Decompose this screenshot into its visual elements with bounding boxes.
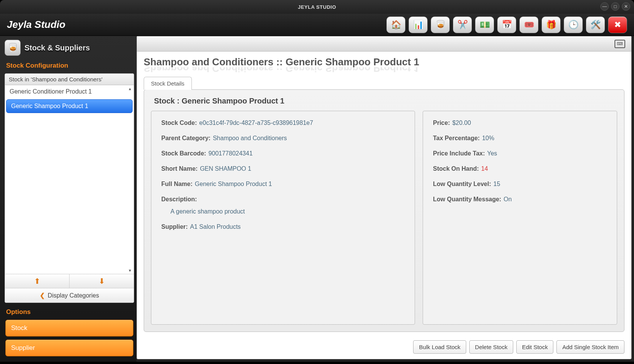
ticket-icon: 🎟️ xyxy=(524,20,534,30)
short-name-value: GEN SHAMPOO 1 xyxy=(200,165,251,172)
stock-list-panel: Stock in 'Shampoo and Conditioners' ▴ Ge… xyxy=(5,73,134,303)
price-label: Price: xyxy=(433,120,450,126)
calendar-icon: 📅 xyxy=(502,20,512,30)
price-value: $20.00 xyxy=(452,120,471,126)
maximize-button[interactable]: □ xyxy=(611,2,619,11)
bulk-load-stock-button[interactable]: Bulk Load Stock xyxy=(413,340,466,354)
chart-icon: 📊 xyxy=(413,20,423,30)
detail-right-card: Price:$20.00 Tax Percentage:10% Price In… xyxy=(423,111,617,325)
option-stock-button[interactable]: Stock xyxy=(5,320,133,336)
display-categories-button[interactable]: ❮ Display Categories xyxy=(5,288,134,303)
close-window-button[interactable]: ✕ xyxy=(622,2,630,11)
glass-icon: 🥃 xyxy=(435,20,446,30)
services-button[interactable]: ✂️ xyxy=(453,16,472,33)
stock-list[interactable]: ▴ Generic Conditioner Product 1 Generic … xyxy=(5,85,134,274)
clock-button[interactable]: 🕒 xyxy=(564,16,583,33)
gift-button[interactable]: 🎁 xyxy=(542,16,561,33)
toolbar: 🏠 📊 🥃 ✂️ 💵 📅 🎟️ 🎁 🕒 🛠️ ✖ xyxy=(386,16,627,33)
tab-stock-details[interactable]: Stock Details xyxy=(144,77,192,90)
cash-button[interactable]: 💵 xyxy=(475,16,494,33)
barcode-label: Stock Barcode: xyxy=(161,150,206,157)
barcode-value: 9001778024341 xyxy=(208,150,253,157)
arrow-up-icon: ⬆ xyxy=(34,277,41,286)
tax-value: 10% xyxy=(482,135,494,141)
home-icon: 🏠 xyxy=(391,20,401,30)
parent-category-label: Parent Category: xyxy=(161,135,211,141)
stock-code-label: Stock Code: xyxy=(161,120,197,126)
x-icon: ✖ xyxy=(614,20,621,30)
keyboard-icon: ⌨ xyxy=(617,41,623,46)
action-bar: Bulk Load Stock Delete Stock Edit Stock … xyxy=(137,336,631,359)
module-icon: 🥃 xyxy=(5,40,21,56)
low-msg-label: Low Quantity Message: xyxy=(433,196,501,202)
stock-on-hand-value: 14 xyxy=(481,165,488,172)
minimize-button[interactable]: — xyxy=(600,2,609,11)
include-tax-value: Yes xyxy=(487,150,497,157)
exit-button[interactable]: ✖ xyxy=(608,16,627,33)
stock-code-value: e0c31c4f-79dc-4827-a735-c938961981e7 xyxy=(199,120,313,126)
titlebar: JEYLA STUDIO — □ ✕ xyxy=(0,0,634,14)
delete-stock-button[interactable]: Delete Stock xyxy=(469,340,513,354)
detail-area: Stock : Generic Shampoo Product 1 Stock … xyxy=(144,89,624,332)
settings-button[interactable]: 🛠️ xyxy=(586,16,605,33)
scroll-up-icon[interactable]: ▴ xyxy=(127,86,133,91)
stock-button[interactable]: 🥃 xyxy=(431,16,450,33)
keyboard-button[interactable]: ⌨ xyxy=(615,40,625,48)
description-value: A generic shampoo product xyxy=(170,208,405,215)
include-tax-label: Price Include Tax: xyxy=(433,150,485,157)
low-msg-value: On xyxy=(504,196,512,202)
list-item[interactable]: Generic Shampoo Product 1 xyxy=(6,99,133,113)
description-label: Description: xyxy=(161,196,197,202)
stock-list-header: Stock in 'Shampoo and Conditioners' xyxy=(5,74,134,85)
option-supplier-button[interactable]: Supplier xyxy=(5,340,133,356)
short-name-label: Short Name: xyxy=(161,165,198,172)
gift-icon: 🎁 xyxy=(546,20,556,30)
main-panel: ⌨ Shampoo and Conditioners :: Generic Sh… xyxy=(136,36,632,359)
brand-title: Jeyla Studio xyxy=(7,19,65,31)
list-item[interactable]: Generic Conditioner Product 1 xyxy=(5,85,134,98)
home-button[interactable]: 🏠 xyxy=(386,16,405,33)
low-qty-label: Low Quantity Level: xyxy=(433,181,491,187)
move-up-button[interactable]: ⬆ xyxy=(5,274,70,288)
full-name-label: Full Name: xyxy=(161,181,193,187)
add-single-stock-button[interactable]: Add Single Stock Item xyxy=(556,340,624,354)
clock-icon: 🕒 xyxy=(568,20,579,30)
display-categories-label: Display Categories xyxy=(48,292,99,299)
breadcrumb: Shampoo and Conditioners :: Generic Sham… xyxy=(144,56,624,68)
stock-config-label: Stock Configuration xyxy=(5,60,134,73)
move-down-button[interactable]: ⬇ xyxy=(70,274,134,288)
module-title: Stock & Suppliers xyxy=(24,44,90,52)
scissors-icon: ✂️ xyxy=(457,20,468,30)
edit-stock-button[interactable]: Edit Stock xyxy=(516,340,554,354)
calendar-button[interactable]: 📅 xyxy=(497,16,516,33)
scroll-down-icon[interactable]: ▾ xyxy=(127,268,133,273)
report-button[interactable]: 📊 xyxy=(409,16,428,33)
receipts-button[interactable]: 🎟️ xyxy=(519,16,538,33)
main-top-strip: ⌨ xyxy=(137,36,631,52)
supplier-value: A1 Salon Products xyxy=(190,223,241,230)
detail-left-card: Stock Code:e0c31c4f-79dc-4827-a735-c9389… xyxy=(151,111,415,325)
sidebar: 🥃 Stock & Suppliers Stock Configuration … xyxy=(0,36,136,362)
window-title: JEYLA STUDIO xyxy=(298,4,336,10)
tax-label: Tax Percentage: xyxy=(433,135,480,141)
parent-category-value: Shampoo and Conditioners xyxy=(213,135,287,141)
tools-icon: 🛠️ xyxy=(590,20,601,30)
low-qty-value: 15 xyxy=(493,181,500,187)
detail-title: Stock : Generic Shampoo Product 1 xyxy=(154,97,617,105)
options-label: Options xyxy=(5,303,134,320)
stock-on-hand-label: Stock On Hand: xyxy=(433,165,479,172)
money-icon: 💵 xyxy=(480,20,490,30)
chevron-left-icon: ❮ xyxy=(40,292,45,299)
breadcrumb-reflection: Shampoo and Conditioners :: Generic Sham… xyxy=(144,67,624,74)
app-header: Jeyla Studio 🏠 📊 🥃 ✂️ 💵 📅 🎟️ 🎁 🕒 🛠️ ✖ xyxy=(0,14,634,36)
full-name-value: Generic Shampoo Product 1 xyxy=(195,181,272,187)
arrow-down-icon: ⬇ xyxy=(99,277,105,286)
supplier-label: Supplier: xyxy=(161,223,188,230)
